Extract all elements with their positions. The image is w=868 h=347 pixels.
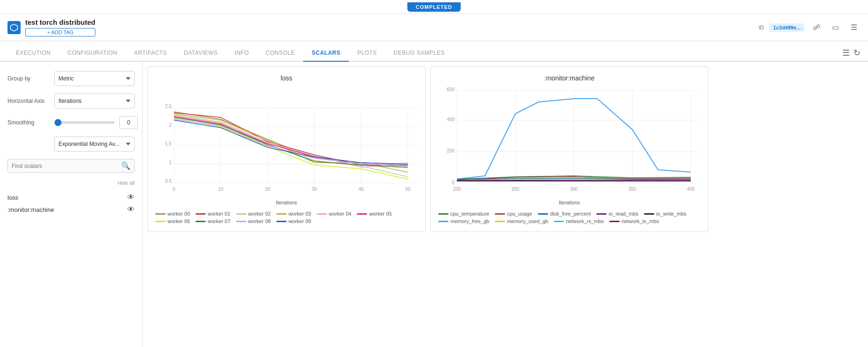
loss-chart-legend: worker 00 worker 01 worker 02 worker 03 … xyxy=(155,211,418,224)
sidebar: Group by Metric None Horizontal Axis Ite… xyxy=(0,62,143,347)
loss-x-axis-label: Iterations xyxy=(155,200,418,205)
horizontal-axis-label: Horizontal Axis xyxy=(7,98,50,104)
search-input[interactable] xyxy=(12,163,121,169)
monitor-chart-legend: cpu_temperature cpu_usage disk_free_perc… xyxy=(438,211,701,224)
legend-mem-used: memory_used_gb xyxy=(495,218,548,224)
loss-chart-svg: 0.5 1 1.5 2 2.5 0 10 20 30 40 50 xyxy=(155,86,417,198)
svg-text:50: 50 xyxy=(405,187,411,192)
legend-worker05: worker 05 xyxy=(357,211,391,217)
svg-text:30: 30 xyxy=(311,187,317,192)
svg-text:200: 200 xyxy=(447,148,455,153)
refresh-icon[interactable]: ↻ xyxy=(854,48,861,58)
ema-select[interactable]: Exponential Moving Av... None xyxy=(54,137,135,152)
legend-worker02: worker 02 xyxy=(236,211,271,217)
search-icon[interactable]: 🔍 xyxy=(121,161,130,170)
logo-icon xyxy=(10,23,18,32)
svg-text:400: 400 xyxy=(687,187,695,192)
svg-text:400: 400 xyxy=(447,117,455,122)
metric-loss-label: loss xyxy=(7,194,18,201)
legend-worker09: worker 09 xyxy=(276,218,311,224)
svg-text:1: 1 xyxy=(169,160,172,165)
svg-text:0: 0 xyxy=(173,187,175,192)
group-by-label: Group by xyxy=(7,75,50,82)
loss-chart-svg-wrap: 0.5 1 1.5 2 2.5 0 10 20 30 40 50 xyxy=(155,86,418,200)
legend-io-write: io_write_mbs xyxy=(644,211,687,217)
monitor-chart-svg: 0 200 400 600 200 250 300 350 400 xyxy=(438,86,700,198)
header-right: ID 1c3d499e... ☍ ▭ ☰ xyxy=(759,21,861,34)
ema-row: Exponential Moving Av... None xyxy=(7,137,135,152)
svg-text:40: 40 xyxy=(358,187,364,192)
tab-execution[interactable]: EXECUTION xyxy=(7,45,59,62)
svg-text:300: 300 xyxy=(570,187,578,192)
experiment-id: 1c3d499e... xyxy=(769,23,804,32)
legend-worker06: worker 06 xyxy=(155,218,190,224)
metric-loss-eye-icon[interactable]: 👁 xyxy=(127,193,135,202)
metric-item-loss: loss 👁 xyxy=(7,193,135,202)
horizontal-axis-row: Horizontal Axis Iterations Time Epochs xyxy=(7,94,135,108)
svg-text:0.5: 0.5 xyxy=(165,179,172,184)
completed-badge: COMPLETED xyxy=(407,2,461,12)
metric-monitor-label: :monitor:machine xyxy=(7,206,54,213)
group-by-row: Group by Metric None xyxy=(7,71,135,86)
svg-text:2.5: 2.5 xyxy=(165,104,172,109)
legend-worker00: worker 00 xyxy=(155,211,190,217)
search-row: 🔍 xyxy=(7,159,135,173)
legend-worker07: worker 07 xyxy=(195,218,230,224)
id-prefix: ID xyxy=(759,25,764,30)
svg-text:200: 200 xyxy=(453,187,461,192)
legend-cpu-temp: cpu_temperature xyxy=(438,211,489,217)
horizontal-axis-select[interactable]: Iterations Time Epochs xyxy=(54,94,135,108)
tab-plots[interactable]: PLOTS xyxy=(349,45,385,62)
top-bar: COMPLETED xyxy=(0,0,868,14)
charts-area: loss 0.5 1 1.5 2 2.5 0 10 20 xyxy=(143,62,868,347)
hide-all-label[interactable]: Hide all xyxy=(7,180,135,186)
monitor-chart-card: :monitor:machine 0 200 400 600 200 250 3… xyxy=(430,66,709,232)
svg-text:10: 10 xyxy=(218,187,224,192)
group-by-select[interactable]: Metric None xyxy=(54,71,135,86)
legend-worker08: worker 08 xyxy=(236,218,271,224)
monitor-x-axis-label: Iterations xyxy=(438,200,701,205)
legend-mem-free: memory_free_gb xyxy=(438,218,489,224)
smoothing-slider[interactable] xyxy=(54,122,115,123)
tabs-right-actions: ☰ ↻ xyxy=(842,48,861,61)
smoothing-row: Smoothing xyxy=(7,116,135,129)
svg-text:1.5: 1.5 xyxy=(165,141,172,146)
svg-rect-0 xyxy=(174,88,408,181)
metric-list: loss 👁 :monitor:machine 👁 xyxy=(7,193,135,214)
legend-disk-free: disk_free_percent xyxy=(538,211,591,217)
add-tag-button[interactable]: + ADD TAG xyxy=(25,28,95,36)
tab-dataviews[interactable]: DATAVIEWS xyxy=(175,45,226,62)
smoothing-value-input[interactable] xyxy=(119,116,138,129)
layout-icon-button[interactable]: ▭ xyxy=(829,21,842,34)
legend-net-tx: network_tx_mbs xyxy=(609,218,659,224)
svg-text:350: 350 xyxy=(629,187,637,192)
monitor-chart-title: :monitor:machine xyxy=(438,74,701,82)
header: test torch distributed + ADD TAG ID 1c3d… xyxy=(0,14,868,41)
tab-configuration[interactable]: CONFIGURATION xyxy=(59,45,126,62)
list-view-icon[interactable]: ☰ xyxy=(842,48,850,58)
monitor-chart-svg-wrap: 0 200 400 600 200 250 300 350 400 xyxy=(438,86,701,200)
svg-text:600: 600 xyxy=(447,87,455,92)
svg-text:0: 0 xyxy=(452,180,455,185)
loss-chart-title: loss xyxy=(155,74,418,82)
tab-console[interactable]: CONSOLE xyxy=(257,45,303,62)
legend-worker03: worker 03 xyxy=(276,211,311,217)
legend-cpu-usage: cpu_usage xyxy=(495,211,532,217)
metric-item-monitor: :monitor:machine 👁 xyxy=(7,205,135,214)
main-tabs: EXECUTION CONFIGURATION ARTIFACTS DATAVI… xyxy=(0,41,868,62)
smoothing-label: Smoothing xyxy=(7,119,50,126)
metric-monitor-eye-icon[interactable]: 👁 xyxy=(127,205,135,214)
tab-artifacts[interactable]: ARTIFACTS xyxy=(126,45,175,62)
legend-net-rx: network_rx_mbs xyxy=(554,218,604,224)
experiment-title: test torch distributed xyxy=(25,18,95,26)
loss-chart-card: loss 0.5 1 1.5 2 2.5 0 10 20 xyxy=(147,66,426,232)
tab-scalars[interactable]: SCALARS xyxy=(303,45,349,62)
svg-text:2: 2 xyxy=(169,123,172,128)
svg-text:20: 20 xyxy=(265,187,270,192)
tab-info[interactable]: INFO xyxy=(226,45,258,62)
comment-icon-button[interactable]: ☍ xyxy=(810,21,823,34)
tab-debug-samples[interactable]: DEBUG SAMPLES xyxy=(385,45,453,62)
menu-icon-button[interactable]: ☰ xyxy=(847,21,861,34)
legend-worker01: worker 01 xyxy=(195,211,230,217)
app-logo xyxy=(7,21,21,34)
